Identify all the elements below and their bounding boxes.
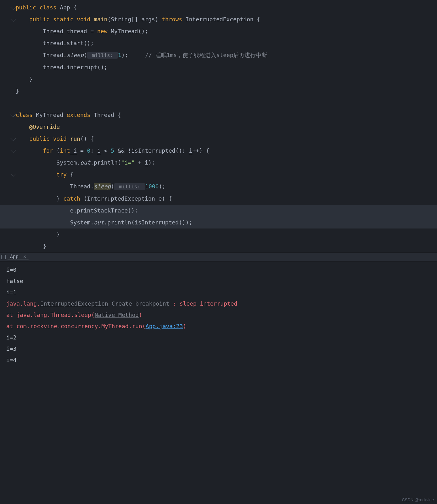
code-line: Thread.sleep( millis: 1); // 睡眠1ms，使子线程进… xyxy=(16,49,437,61)
console-line: i=4 xyxy=(6,354,431,366)
code-line: public static void main(String[] args) t… xyxy=(16,13,437,25)
code-line xyxy=(16,97,437,109)
create-breakpoint-link[interactable]: Create breakpoint xyxy=(108,300,173,307)
code-line: for (int i = 0; i < 5 && !isInterrupted(… xyxy=(16,145,437,157)
code-line: @Override xyxy=(16,121,437,133)
code-line: } catch (InterruptedException e) { xyxy=(16,193,437,205)
code-line: } xyxy=(16,228,437,240)
code-editor[interactable]: public class App { public static void ma… xyxy=(0,0,437,252)
run-config-icon xyxy=(1,255,6,259)
console-line: i=3 xyxy=(6,343,431,354)
tab-label: App xyxy=(10,254,18,260)
code-line: thread.interrupt(); xyxy=(16,61,437,73)
console-output[interactable]: i=0 false i=1 java.lang.InterruptedExcep… xyxy=(0,262,437,368)
fold-icon[interactable] xyxy=(11,136,16,141)
gutter xyxy=(0,2,15,254)
fold-icon[interactable] xyxy=(11,171,16,177)
run-tabbar: App × xyxy=(0,252,437,262)
fold-icon[interactable] xyxy=(11,112,16,117)
console-error-line: java.lang.InterruptedException Create br… xyxy=(6,298,431,309)
param-hint: millis: xyxy=(114,183,145,190)
fold-icon[interactable] xyxy=(11,17,16,22)
code-line: System.out.println("i=" + i); xyxy=(16,157,437,169)
close-icon[interactable]: × xyxy=(23,254,26,260)
console-line: i=0 xyxy=(6,264,431,276)
source-link[interactable]: App.java:23 xyxy=(145,323,183,329)
code-line: Thread thread = new MyThread(); xyxy=(16,25,437,37)
run-tab[interactable]: App × xyxy=(8,254,29,260)
code-line: class MyThread extends Thread { xyxy=(16,109,437,121)
console-line: i=2 xyxy=(6,332,431,343)
fold-icon[interactable] xyxy=(11,5,16,10)
console-error-line: at java.lang.Thread.sleep(Native Method) xyxy=(6,309,431,321)
fold-icon[interactable] xyxy=(11,148,16,153)
exception-link[interactable]: InterruptedException xyxy=(40,300,108,307)
code-line: thread.start(); xyxy=(16,37,437,49)
code-line: Thread.sleep( millis: 1000); xyxy=(16,181,437,193)
code-line: e.printStackTrace(); xyxy=(0,205,437,217)
code-line: public class App { xyxy=(16,2,437,13)
watermark: CSDN @rockvine xyxy=(402,497,434,502)
code-line: } xyxy=(16,85,437,97)
code-line: } xyxy=(16,240,437,252)
console-error-line: at com.rockvine.concurrency.MyThread.run… xyxy=(6,321,431,332)
code-line: try { xyxy=(16,169,437,181)
code-line: public void run() { xyxy=(16,133,437,145)
code-line: System.out.println(isInterrupted()); xyxy=(0,217,437,228)
console-line: false xyxy=(6,276,431,287)
console-line: i=1 xyxy=(6,287,431,298)
code-line: } xyxy=(16,73,437,85)
param-hint: millis: xyxy=(87,52,118,59)
